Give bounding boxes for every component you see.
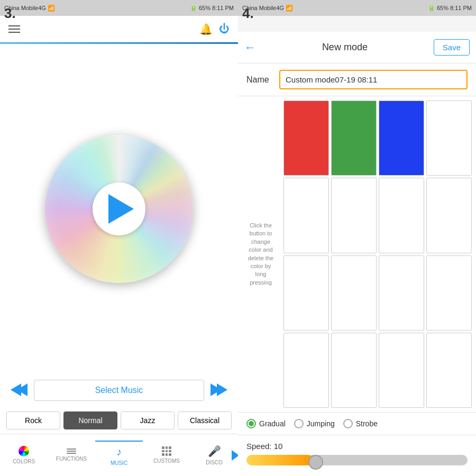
- gradual-label: Gradual: [259, 419, 286, 428]
- strobe-radio[interactable]: [343, 419, 353, 428]
- nav-colors[interactable]: COLORS: [0, 442, 48, 469]
- save-button[interactable]: Save: [434, 39, 470, 56]
- slider-track: [246, 455, 468, 465]
- nav-disco[interactable]: 🎤 DISCO: [190, 441, 238, 470]
- color-cell-8[interactable]: [426, 178, 472, 253]
- nav-customs-label: CUSTOMS: [153, 458, 180, 464]
- left-status-bar: China Mobile4G 📶 🔋 65% 8:11 PM: [0, 0, 238, 16]
- genre-normal[interactable]: Normal: [63, 411, 117, 429]
- cd-display-area: [0, 44, 238, 373]
- right-time: 8:11 PM: [450, 5, 472, 11]
- page-title: New mode: [262, 42, 427, 53]
- cd-center: [93, 182, 145, 235]
- music-controls: Select Music: [0, 373, 238, 407]
- right-battery-icon: 🔋: [428, 5, 435, 12]
- bottom-navigation: COLORS FUNCTIONS ♪ MUSIC CUSTOMS: [0, 434, 238, 476]
- jumping-radio[interactable]: [294, 419, 304, 428]
- name-input[interactable]: [279, 70, 468, 89]
- nav-functions[interactable]: FUNCTIONS: [48, 444, 95, 466]
- jumping-label: Jumping: [307, 419, 335, 428]
- color-cell-16[interactable]: [426, 333, 472, 408]
- right-signal-icon: 📶: [286, 5, 293, 12]
- strobe-label: Strobe: [356, 419, 378, 428]
- color-cell-blue[interactable]: [379, 100, 424, 176]
- play-icon[interactable]: [108, 194, 134, 224]
- menu-icon[interactable]: [8, 25, 20, 33]
- animation-mode-row: Gradual Jumping Strobe: [238, 412, 476, 435]
- next-button[interactable]: [208, 381, 230, 400]
- slider-fill: [246, 455, 313, 465]
- left-battery: 65%: [199, 5, 210, 11]
- step3-label: 3.: [4, 5, 16, 22]
- color-cell-red[interactable]: [283, 100, 329, 176]
- genre-jazz[interactable]: Jazz: [121, 411, 175, 429]
- slider-thumb[interactable]: [308, 455, 323, 470]
- nav-music-label: MUSIC: [111, 460, 127, 466]
- alarm-icon[interactable]: 🔔: [199, 23, 213, 35]
- nav-functions-label: FUNCTIONS: [56, 456, 87, 462]
- color-cell-14[interactable]: [331, 333, 377, 408]
- music-icon: ♪: [116, 446, 122, 458]
- power-icon[interactable]: ⏻: [219, 23, 230, 35]
- left-top-bar: 🔔 ⏻: [0, 16, 238, 42]
- color-cell-5[interactable]: [283, 178, 329, 253]
- color-cell-6[interactable]: [331, 178, 377, 253]
- nav-disco-label: DISCO: [206, 460, 223, 465]
- colors-icon: [19, 446, 29, 456]
- strobe-option[interactable]: Strobe: [343, 419, 378, 428]
- color-cell-12[interactable]: [426, 255, 472, 331]
- color-cell-4[interactable]: [426, 100, 472, 176]
- right-phone-panel: China Mobile4G 📶 🔋 65% 8:11 PM 4. ← New …: [238, 0, 476, 476]
- color-cell-green[interactable]: [331, 100, 377, 176]
- name-row: Name: [238, 63, 476, 96]
- prev-button[interactable]: [8, 381, 30, 400]
- right-status-bar: China Mobile4G 📶 🔋 65% 8:11 PM: [238, 0, 476, 16]
- gradual-radio[interactable]: [246, 419, 256, 428]
- disco-icon: 🎤: [208, 445, 221, 457]
- back-button[interactable]: ←: [244, 41, 256, 54]
- customs-icon: [162, 446, 171, 456]
- speed-slider-container: [246, 455, 468, 470]
- color-help-text: Click the button to change color and del…: [242, 100, 279, 408]
- genre-classical[interactable]: Classical: [178, 411, 232, 429]
- functions-icon: [67, 448, 76, 454]
- color-cell-9[interactable]: [283, 255, 329, 331]
- color-cell-13[interactable]: [283, 333, 329, 408]
- color-section: Click the button to change color and del…: [238, 96, 476, 412]
- cd-disc: [45, 135, 193, 283]
- speed-label: Speed: 10: [246, 442, 468, 451]
- name-field-label: Name: [246, 75, 273, 85]
- gradual-option[interactable]: Gradual: [246, 419, 286, 428]
- signal-icon: 📶: [48, 5, 55, 12]
- color-grid: [283, 100, 472, 408]
- right-top-bar: ← New mode Save: [238, 32, 476, 63]
- left-time: 8:11 PM: [212, 5, 234, 11]
- color-cell-10[interactable]: [331, 255, 377, 331]
- step4-label: 4.: [242, 5, 254, 22]
- color-cell-7[interactable]: [379, 178, 424, 253]
- genre-tabs: Rock Normal Jazz Classical: [0, 407, 238, 434]
- nav-customs[interactable]: CUSTOMS: [143, 442, 190, 468]
- nav-colors-label: COLORS: [13, 459, 35, 464]
- select-music-button[interactable]: Select Music: [34, 380, 204, 401]
- battery-icon: 🔋: [190, 5, 197, 12]
- jumping-option[interactable]: Jumping: [294, 419, 335, 428]
- right-battery: 65%: [437, 5, 448, 11]
- color-cell-11[interactable]: [379, 255, 424, 331]
- color-cell-15[interactable]: [379, 333, 424, 408]
- left-phone-panel: China Mobile4G 📶 🔋 65% 8:11 PM 3. 🔔 ⏻: [0, 0, 238, 476]
- speed-section: Speed: 10: [238, 435, 476, 476]
- nav-music[interactable]: ♪ MUSIC: [95, 441, 143, 470]
- genre-rock[interactable]: Rock: [6, 411, 60, 429]
